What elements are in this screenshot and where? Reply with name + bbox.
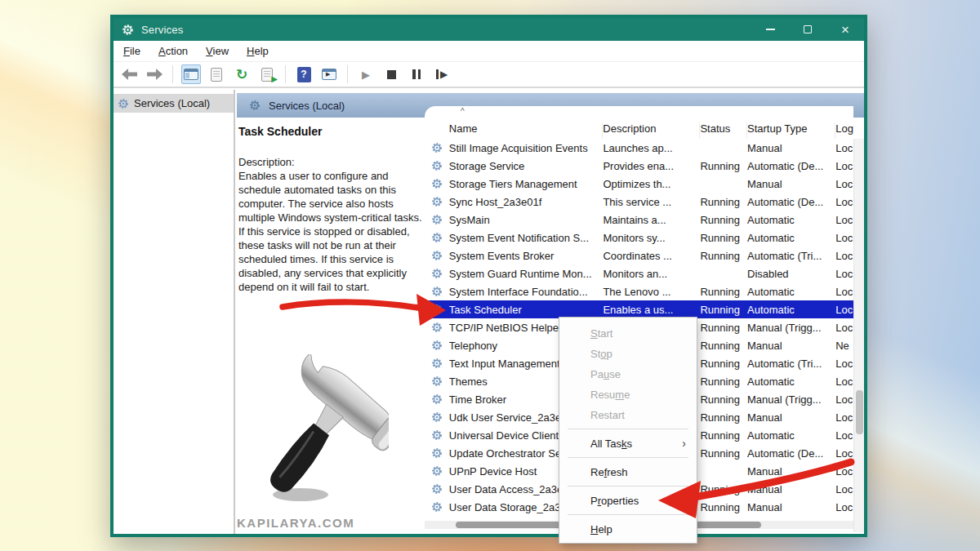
table-row[interactable]: Sync Host_2a3e01f This service ... Runni… (425, 193, 853, 211)
column-header-startup-type[interactable]: Startup Type (747, 122, 835, 139)
service-gear-icon (431, 340, 449, 351)
context-menu-item[interactable]: Properties › (559, 491, 697, 511)
service-startup-type-cell: Automatic (Tri... (747, 358, 835, 370)
table-row[interactable]: System Guard Runtime Mon... Monitors an.… (425, 264, 853, 282)
service-startup-type-cell: Manual (747, 501, 835, 513)
show-console-tree-button[interactable] (181, 64, 201, 84)
service-status-cell: Running (700, 160, 747, 172)
table-row[interactable]: SysMain Maintains a... Running Automatic… (425, 211, 853, 229)
context-menu-item[interactable]: Refresh › (559, 462, 697, 482)
service-startup-type-cell: Automatic (747, 375, 835, 388)
service-description-cell: Provides ena... (603, 160, 700, 172)
service-status-cell: Running (700, 232, 747, 244)
toolbar-separator (172, 65, 173, 83)
service-log-on-as-cell: Loc (835, 465, 853, 478)
service-gear-icon (431, 447, 449, 459)
table-row[interactable]: System Event Notification S... Monitors … (425, 229, 853, 247)
maximize-button[interactable] (789, 18, 826, 41)
service-description: Description: Enables a user to configure… (238, 155, 425, 294)
context-menu-item[interactable]: Start › (559, 323, 697, 344)
description-text: Enables a user to configure and schedule… (238, 170, 422, 293)
service-log-on-as-cell: Loc (835, 429, 853, 442)
menubar-item[interactable]: Help (244, 43, 271, 59)
menubar-item[interactable]: File (121, 43, 143, 59)
context-menu-item[interactable]: Restart › (559, 405, 697, 425)
header-spacer (431, 135, 449, 139)
context-menu-item-label: Properties (590, 495, 639, 507)
column-header-description[interactable]: Description (603, 122, 700, 139)
context-menu: Start › Stop › Pause › Resume › Restart … (559, 317, 697, 544)
context-menu-item[interactable]: Pause › (559, 364, 697, 384)
column-header-log-on-as[interactable]: Log (835, 122, 853, 139)
stop-service-button[interactable] (381, 64, 401, 84)
export-list-button[interactable]: ▶ (257, 64, 277, 84)
extended-view-button[interactable] (319, 64, 339, 84)
context-menu-item-label: Resume (590, 389, 630, 401)
service-description-pane: Task Scheduler Description: Enables a us… (237, 118, 425, 534)
column-header-name[interactable]: Name (449, 122, 604, 139)
column-header-status[interactable]: Status (700, 122, 747, 139)
table-row[interactable]: Still Image Acquisition Events Launches … (425, 139, 853, 157)
table-row[interactable]: System Interface Foundatio... The Lenovo… (425, 282, 853, 300)
service-startup-type-cell: Automatic (De... (747, 196, 835, 208)
service-log-on-as-cell: Ne (835, 340, 853, 352)
refresh-toolbar-button[interactable]: ↻ (232, 64, 252, 84)
context-menu-item[interactable]: Help › (559, 519, 697, 540)
service-gear-icon (431, 268, 449, 279)
service-gear-icon (431, 304, 449, 315)
service-log-on-as-cell: Loc (835, 250, 853, 262)
service-description-cell: This service ... (603, 196, 700, 208)
close-button[interactable]: × (826, 18, 864, 41)
service-log-on-as-cell: Loc (835, 286, 853, 298)
context-menu-item[interactable]: All Tasks › (559, 433, 697, 454)
service-status-cell: Running (700, 501, 747, 513)
start-service-button[interactable]: ▶ (356, 64, 376, 84)
vertical-scrollbar-thumb[interactable] (856, 390, 863, 434)
window-title: Services (141, 24, 183, 36)
sort-ascending-icon: ^ (461, 107, 465, 116)
service-log-on-as-cell: Loc (835, 232, 853, 244)
service-startup-type-cell: Manual (Trigg... (747, 393, 835, 406)
pause-service-button[interactable] (407, 64, 426, 84)
service-status-cell: Running (700, 286, 747, 298)
service-status-cell: Running (700, 393, 747, 406)
service-startup-type-cell: Automatic (747, 304, 835, 316)
table-row[interactable]: Task Scheduler Enables a us... Running A… (425, 300, 853, 318)
context-menu-item[interactable]: Stop › (559, 344, 697, 364)
table-row[interactable]: Storage Service Provides ena... Running … (425, 157, 853, 175)
service-startup-type-cell: Manual (747, 483, 835, 495)
properties-toolbar-button[interactable] (207, 64, 226, 84)
maximize-icon (804, 25, 812, 33)
menubar-item[interactable]: View (203, 43, 231, 59)
tree-item-services-local[interactable]: Services (Local) (114, 94, 234, 113)
service-startup-type-cell: Automatic (747, 214, 835, 226)
table-row[interactable]: System Events Broker Coordinates ... Run… (425, 247, 853, 264)
vertical-scrollbar[interactable] (853, 139, 864, 532)
service-name-cell: Storage Tiers Management (449, 178, 604, 190)
service-gear-icon (431, 465, 449, 477)
service-status-cell: Running (700, 250, 747, 262)
service-startup-type-cell: Manual (747, 340, 835, 352)
service-status-cell: Running (700, 375, 747, 388)
service-status-cell: Running (700, 340, 747, 352)
forward-button[interactable] (145, 64, 164, 84)
services-gear-icon (249, 100, 261, 111)
menubar-item[interactable]: Action (156, 43, 190, 59)
service-startup-type-cell: Disabled (747, 268, 835, 280)
service-description-cell: Enables a us... (603, 304, 700, 316)
back-button[interactable] (119, 64, 139, 84)
main-area: Services (Local) Task Scheduler Descript… (237, 90, 864, 534)
services-window: Services × File Action View Help (110, 15, 867, 537)
table-row[interactable]: Storage Tiers Management Optimizes th...… (425, 175, 853, 193)
context-menu-item[interactable]: Resume › (559, 384, 697, 405)
services-gear-icon (118, 98, 129, 109)
restart-service-button[interactable]: ▶ (432, 64, 452, 84)
service-gear-icon (431, 196, 449, 207)
minimize-button[interactable] (751, 18, 789, 41)
service-name-cell: Storage Service (449, 160, 604, 172)
service-gear-icon (431, 250, 449, 261)
stop-service-icon (387, 70, 396, 79)
properties-icon (211, 68, 222, 82)
service-status-cell: Running (700, 447, 747, 460)
help-toolbar-button[interactable]: ? (294, 64, 314, 84)
